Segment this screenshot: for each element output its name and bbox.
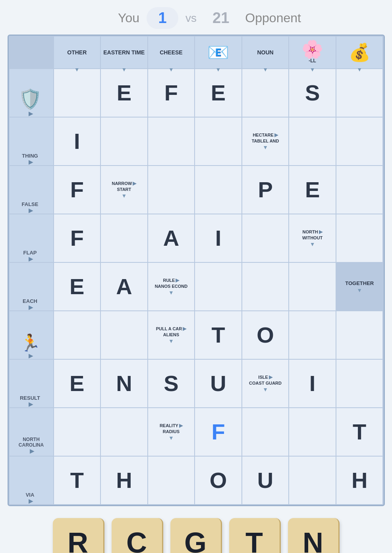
each-label: EACH [23,298,37,304]
cell-1-6[interactable]: S [289,69,336,117]
cell-5-4[interactable] [195,263,241,310]
cell-1-2[interactable]: E [101,69,147,117]
cell-9-5[interactable]: U [242,457,289,504]
cell-2-5-sublabels: HECTARE ▶ TABLEL AND ▼ [242,132,289,150]
cell-1-5[interactable] [242,69,289,117]
cell-4-3[interactable]: A [148,214,195,262]
cell-9-7[interactable]: H [336,457,383,504]
cell-7-5[interactable]: ISLE ▶ COAST GUARD ▼ [242,360,289,407]
cell-2-1[interactable]: I [54,118,100,165]
letter-E-5: E [70,372,84,395]
cell-4-2[interactable] [101,214,147,262]
cell-9-6[interactable] [289,457,336,504]
cell-8-4[interactable]: F [195,408,241,456]
cell-3-5[interactable]: P [242,166,289,214]
tile-C[interactable]: C [112,518,163,553]
cell-4-1[interactable]: F [54,214,100,262]
down-arrow-6: ▼ [310,66,315,73]
start-label: START [117,187,131,192]
cell-2-6[interactable] [289,118,336,165]
cell-9-2[interactable]: H [101,457,147,504]
cell-5-5[interactable] [242,263,289,310]
cell-7-3[interactable]: S [148,360,195,407]
cell-2-5[interactable]: HECTARE ▶ TABLEL AND ▼ [242,118,289,165]
cell-5-1[interactable]: E [54,263,100,310]
cell-1-4[interactable]: E [195,69,241,117]
result-label: RESULT [20,395,40,401]
cell-6-4[interactable]: T [195,311,241,359]
cell-3-6[interactable]: E [289,166,336,214]
nc-label: NORTHCAROLINA [19,437,44,448]
cell-2-3[interactable] [148,118,195,165]
col-header-eastern: EASTERN TIME ▼ [101,37,147,68]
col-header-0 [10,37,53,68]
your-score: 1 [147,7,178,29]
ll-label: -LL [309,58,316,64]
cell-8-1[interactable] [54,408,100,456]
cell-8-6[interactable] [289,408,336,456]
vs-label: vs [178,12,204,25]
down-arrow-5: ▼ [263,66,268,73]
letter-I-2: I [309,372,316,395]
down-arrow-3: ▼ [168,66,174,73]
cell-4-5[interactable] [242,214,289,262]
cell-8-5[interactable] [242,408,289,456]
row-arrow-6: ▶ [29,353,33,359]
cell-7-2[interactable]: N [101,360,147,407]
cell-7-6[interactable]: I [289,360,336,407]
row-label-shield: 🛡️ ▶ [10,69,53,117]
cell-3-2-sublabels: NARROW ▶ START ▼ [101,181,147,199]
tile-N[interactable]: N [288,518,340,553]
cell-2-7[interactable] [336,118,383,165]
cell-6-3[interactable]: PULL A CAR ▶ ALIENS ▼ [148,311,195,359]
cell-4-7[interactable] [336,214,383,262]
cell-4-6[interactable]: NORTH ▶ WITHOUT ▼ [289,214,336,262]
cell-7-7[interactable] [336,360,383,407]
cell-5-3[interactable]: RULE ▶ NANOS ECOND ▼ [148,263,195,310]
runner-icon: 🏃 [20,333,41,353]
tile-G[interactable]: G [170,518,222,553]
cell-3-1[interactable]: F [54,166,100,214]
letter-I-1b: I [215,227,222,249]
row-label-via: VIA ▶ [10,457,53,504]
cell-3-4[interactable] [195,166,241,214]
cell-7-4[interactable]: U [195,360,241,407]
cell-2-2[interactable] [101,118,147,165]
cell-6-7[interactable] [336,311,383,359]
cell-5-6[interactable] [289,263,336,310]
cell-2-4[interactable] [195,118,241,165]
cell-9-1[interactable]: T [54,457,100,504]
cell-6-3-sublabels: PULL A CAR ▶ ALIENS ▼ [148,326,195,344]
down-arrow-7-5: ▼ [263,386,268,393]
opponent-label: Opponent [238,11,301,25]
cell-8-7[interactable]: T [336,408,383,456]
cell-5-2[interactable]: A [101,263,147,310]
cell-8-2[interactable] [101,408,147,456]
row-label-false: FALSE ▶ [10,166,53,214]
cell-3-7[interactable] [336,166,383,214]
cell-3-3[interactable] [148,166,195,214]
cell-7-1[interactable]: E [54,360,100,407]
down-arrow-8-3: ▼ [168,435,174,441]
cell-1-3[interactable]: F [148,69,195,117]
letter-F-1: F [164,82,178,104]
cell-9-3[interactable] [148,457,195,504]
cell-6-5[interactable]: O [242,311,289,359]
letter-E-3: E [305,179,320,201]
cell-6-1[interactable] [54,311,100,359]
cell-6-6[interactable] [289,311,336,359]
cell-1-7[interactable] [336,69,383,117]
cell-3-2[interactable]: NARROW ▶ START ▼ [101,166,147,214]
down-arrow-5-7: ▼ [357,287,362,293]
shield-icon: 🛡️ [18,88,42,110]
cell-1-1[interactable] [54,69,100,117]
cell-6-2[interactable] [101,311,147,359]
letter-U-1: U [210,372,226,395]
cell-4-4[interactable]: I [195,214,241,262]
cell-5-7[interactable]: TOGETHER ▼ [336,263,383,310]
cell-8-3[interactable]: REALITY ▶ RADIUS ▼ [148,408,195,456]
tile-T[interactable]: T [229,518,281,553]
tile-R[interactable]: R [53,518,104,553]
narrow-label: NARROW [112,181,132,186]
cell-9-4[interactable]: O [195,457,241,504]
